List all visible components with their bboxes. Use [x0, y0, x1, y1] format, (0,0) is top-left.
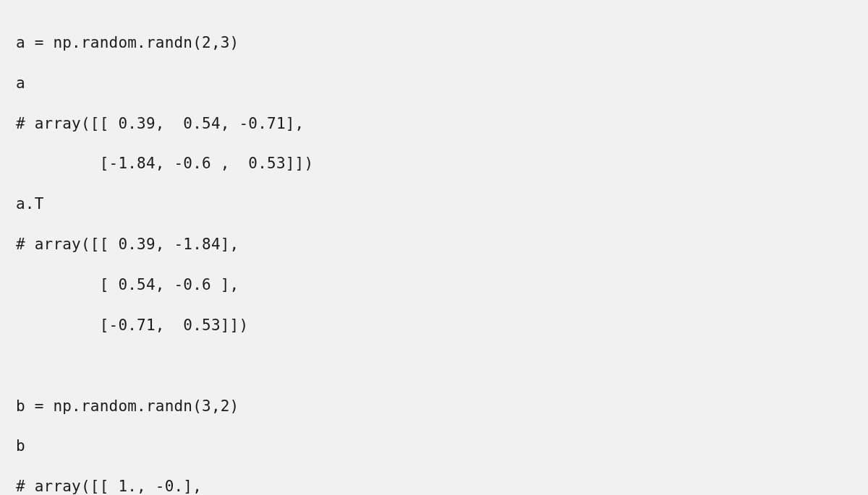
- code-line: # array([[ 0.39, 0.54, -0.71],: [16, 114, 856, 134]
- code-line: a: [16, 74, 856, 94]
- code-line: b = np.random.randn(3,2): [16, 397, 856, 417]
- code-line: [-0.71, 0.53]]): [16, 316, 856, 336]
- code-line: b: [16, 436, 856, 457]
- code-line: # array([[ 0.39, -1.84],: [16, 235, 856, 255]
- code-line: # array([[ 1., -0.],: [16, 477, 856, 495]
- code-line: a.T: [16, 194, 856, 215]
- code-line: [-1.84, -0.6 , 0.53]]): [16, 154, 856, 174]
- code-line: a = np.random.randn(2,3): [16, 33, 856, 53]
- code-block: a = np.random.randn(2,3) a # array([[ 0.…: [0, 0, 868, 495]
- code-line: [ 0.54, -0.6 ],: [16, 275, 856, 296]
